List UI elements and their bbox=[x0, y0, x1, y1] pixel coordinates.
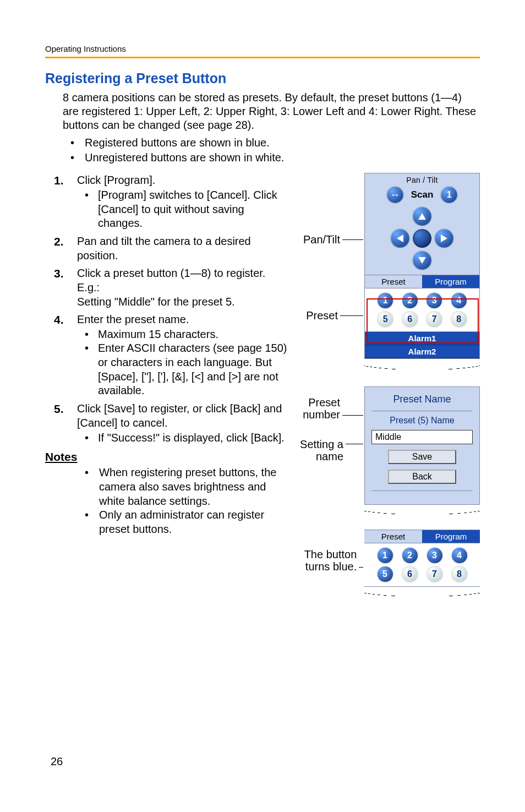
preset-button-7[interactable]: 7 bbox=[426, 312, 442, 327]
step-sub: [Program] switches to [Cancel]. Click [C… bbox=[77, 188, 287, 231]
preset-button-4[interactable]: 4 bbox=[452, 548, 467, 563]
panel-swoosh bbox=[364, 358, 480, 369]
callout-setting-name: Setting a name bbox=[299, 438, 344, 462]
step-text: Click [Program]. bbox=[77, 173, 287, 187]
callout-line bbox=[340, 315, 363, 316]
page-header: Operating Instructions bbox=[45, 44, 480, 53]
preset-button-8[interactable]: 8 bbox=[452, 566, 467, 582]
notes-heading: Notes bbox=[45, 450, 287, 464]
preset-button-4[interactable]: 4 bbox=[451, 293, 467, 308]
preset-button-1[interactable]: 1 bbox=[378, 548, 393, 563]
preset-result-panel: Preset Program 1 2 3 4 5 6 7 8 bbox=[364, 530, 480, 587]
preset-name-input[interactable] bbox=[371, 430, 473, 444]
page-number: 26 bbox=[51, 755, 63, 768]
step-text: Enter the preset name. bbox=[77, 312, 287, 326]
step-3: Click a preset button (1—8) to register.… bbox=[45, 266, 287, 309]
intro-paragraph: 8 camera positions can be stored as pres… bbox=[63, 91, 480, 132]
scan-icon[interactable]: ↔ bbox=[387, 187, 403, 203]
callout-line bbox=[342, 239, 363, 240]
tilt-up-button[interactable] bbox=[413, 207, 431, 226]
preset-button-3[interactable]: 3 bbox=[427, 548, 442, 563]
pan-right-button[interactable] bbox=[435, 229, 453, 248]
save-button[interactable]: Save bbox=[388, 450, 456, 464]
callout-line bbox=[359, 567, 363, 568]
callout-line bbox=[346, 444, 363, 444]
step-text: Pan and tilt the camera to a desired pos… bbox=[77, 234, 287, 263]
preset-button-7[interactable]: 7 bbox=[427, 566, 442, 582]
tab-preset[interactable]: Preset bbox=[365, 275, 422, 288]
callout-line bbox=[342, 415, 363, 416]
pan-left-button[interactable] bbox=[391, 229, 409, 248]
preset-button-5[interactable]: 5 bbox=[378, 566, 393, 582]
center-home-button[interactable] bbox=[413, 229, 431, 248]
steps-list: Click [Program]. [Program] switches to [… bbox=[45, 173, 287, 445]
preset-number-label: Preset (5) Name bbox=[371, 416, 473, 426]
tab-preset[interactable]: Preset bbox=[364, 530, 422, 543]
callout-turns-blue: The button turns blue. bbox=[293, 548, 358, 573]
intro-bullets: Registered buttons are shown in blue. Un… bbox=[63, 135, 480, 165]
eg-label: E.g.: bbox=[77, 280, 287, 295]
preset-program-tabs: Preset Program bbox=[365, 275, 479, 288]
step-5: Click [Save] to register, or click [Back… bbox=[45, 401, 287, 445]
preset-button-6[interactable]: 6 bbox=[402, 312, 418, 327]
callout-preset: Preset bbox=[306, 309, 339, 321]
callout-pan-tilt: Pan/Tilt bbox=[303, 233, 341, 246]
preset-button-grid: 1 2 3 4 5 6 7 8 bbox=[364, 543, 480, 587]
eg-text: Setting "Middle" for the preset 5. bbox=[77, 295, 287, 309]
step-1: Click [Program]. [Program] switches to [… bbox=[45, 173, 287, 231]
preset-button-8[interactable]: 8 bbox=[451, 312, 467, 327]
preset-program-tabs: Preset Program bbox=[364, 530, 480, 543]
intro-bullet: Registered buttons are shown in blue. bbox=[63, 135, 480, 150]
preset-button-3[interactable]: 3 bbox=[426, 293, 442, 308]
preset-button-2[interactable]: 2 bbox=[402, 548, 418, 563]
step-text: Click [Save] to register, or click [Back… bbox=[77, 401, 287, 430]
scan-number-button[interactable]: 1 bbox=[441, 187, 457, 203]
step-2: Pan and tilt the camera to a desired pos… bbox=[45, 234, 287, 263]
callout-preset-number: Preset number bbox=[296, 396, 341, 421]
alarm1-button[interactable]: Alarm1 bbox=[365, 332, 479, 345]
step-text: Click a preset button (1—8) to register. bbox=[77, 266, 287, 280]
panel-swoosh bbox=[364, 504, 480, 514]
tab-program[interactable]: Program bbox=[422, 275, 479, 288]
preset-name-panel: Preset Name Preset (5) Name Save Back bbox=[364, 386, 480, 505]
preset-button-6[interactable]: 6 bbox=[402, 566, 418, 582]
note-item: When registering preset buttons, the cam… bbox=[45, 466, 287, 508]
back-button[interactable]: Back bbox=[388, 470, 456, 484]
panel-title: Pan / Tilt bbox=[365, 173, 479, 186]
preset-button-2[interactable]: 2 bbox=[402, 293, 418, 308]
step-sub: Maximum 15 characters. bbox=[77, 328, 287, 342]
preset-button-5[interactable]: 5 bbox=[378, 312, 393, 327]
step-sub: Enter ASCII characters (see page 150) or… bbox=[77, 341, 287, 397]
panel-swoosh bbox=[364, 586, 480, 596]
pan-tilt-preset-panel: Pan / Tilt ↔ Scan 1 bbox=[364, 173, 480, 359]
preset-name-title: Preset Name bbox=[371, 394, 473, 405]
step-sub: If "Success!" is displayed, click [Back]… bbox=[77, 431, 287, 445]
note-item: Only an administrator can register prese… bbox=[45, 508, 287, 536]
pan-tilt-dpad bbox=[365, 206, 479, 270]
step-4: Enter the preset name. Maximum 15 charac… bbox=[45, 312, 287, 398]
divider bbox=[371, 491, 473, 491]
tilt-down-button[interactable] bbox=[413, 251, 431, 270]
scan-label: Scan bbox=[411, 189, 434, 200]
tab-program[interactable]: Program bbox=[422, 530, 480, 543]
header-rule bbox=[45, 57, 480, 58]
preset-button-1[interactable]: 1 bbox=[378, 293, 393, 308]
divider bbox=[371, 411, 473, 411]
section-heading: Registering a Preset Button bbox=[45, 70, 480, 86]
alarm2-button[interactable]: Alarm2 bbox=[365, 345, 479, 358]
preset-button-grid: 1 2 3 4 5 6 7 8 bbox=[365, 288, 479, 332]
intro-bullet: Unregistered buttons are shown in white. bbox=[63, 150, 480, 165]
